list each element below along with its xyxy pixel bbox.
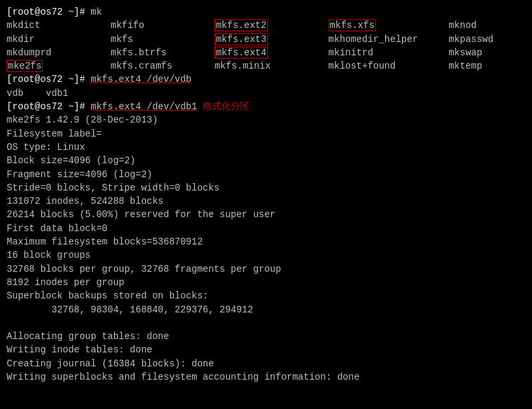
- output-line-8: First data block=0: [7, 222, 525, 235]
- col1-r1: mkdict: [7, 19, 111, 32]
- prompt2: [root@os72 ~]#: [7, 74, 91, 85]
- output-line-12: 8192 inodes per group: [7, 276, 525, 289]
- col1-r4: mke2fs: [7, 59, 111, 73]
- output-line-16: Writing inode tables: done: [7, 343, 525, 356]
- mk-row2: mkdir mkfs mkfs.ext3 mkhomedir_helper mk…: [7, 33, 525, 46]
- vdb-output: vdb vdb1: [7, 87, 525, 100]
- cmd3-line: [root@os72 ~]# mkfs.ext4 /dev/vdb1 格式化分区: [7, 100, 525, 113]
- output-line-4: Fragment size=4096 (log=2): [7, 168, 525, 181]
- output-line-7: 26214 blocks (5.00%) reserved for the su…: [7, 208, 525, 221]
- mk-row1: mkdict mkfifo mkfs.ext2 mkfs.xfs mknod: [7, 19, 525, 32]
- cmd1-text: mk: [91, 7, 102, 17]
- col1-r3: mkdumprd: [7, 46, 111, 59]
- output-line-17: Creating journal (16384 blocks): done: [7, 357, 525, 370]
- col5-r2: mkpasswd: [449, 33, 525, 46]
- output-line-13: Superblock backups stored on blocks:: [7, 289, 525, 302]
- col4-r4: mklost+found: [329, 59, 449, 73]
- output-blank: [7, 316, 525, 330]
- mkfs-ext2-box: mkfs.ext2: [215, 19, 268, 31]
- final-prompt-line: [root@os72 ~]#: [7, 398, 525, 409]
- mke2fs-box: mke2fs: [7, 60, 43, 72]
- col3-r2: mkfs.ext3: [215, 33, 329, 46]
- mk-row3: mkdumprd mkfs.btrfs mkfs.ext4 mkinitrd m…: [7, 46, 525, 59]
- output-line-14: 32768, 98304, 168840, 229376, 294912: [7, 303, 525, 316]
- col3-r3: mkfs.ext4: [215, 46, 329, 59]
- output-line-1: Filesystem label=: [7, 127, 525, 141]
- col1-r2: mkdir: [7, 33, 111, 46]
- mkfs-xfs-box: mkfs.xfs: [329, 19, 376, 31]
- col5-r1: mknod: [449, 19, 525, 32]
- output-line-18: Writing superblocks and filesystem accou…: [7, 370, 525, 384]
- output-line-10: 16 block groups: [7, 248, 525, 262]
- output-line-3: Block size=4096 (log=2): [7, 154, 525, 167]
- mkfs-ext3-box: mkfs.ext3: [215, 33, 268, 45]
- cmd2-line: [root@os72 ~]# mkfs.ext4 /dev/vdb: [7, 73, 525, 86]
- mkfs-ext4-box: mkfs.ext4: [215, 47, 268, 59]
- col4-r2: mkhomedir_helper: [329, 33, 449, 46]
- mk-row4: mke2fs mkfs.cramfs mkfs.minix mklost+fou…: [7, 59, 525, 73]
- col2-r2: mkfs: [111, 33, 215, 46]
- output-blank2: [7, 384, 525, 397]
- output-line-2: OS type: Linux: [7, 141, 525, 154]
- output-line-0: mke2fs 1.42.9 (28-Dec-2013): [7, 113, 525, 127]
- prompt3: [root@os72 ~]#: [7, 101, 91, 112]
- output-line-6: 131072 inodes, 524288 blocks: [7, 195, 525, 208]
- col2-r3: mkfs.btrfs: [111, 46, 215, 59]
- col5-r4: mktemp: [449, 59, 525, 73]
- cmd2-text: mkfs.ext4 /dev/vdb: [91, 74, 191, 85]
- output-line-5: Stride=0 blocks, Stripe width=0 blocks: [7, 181, 525, 195]
- col3-r1: mkfs.ext2: [215, 19, 329, 32]
- col2-r1: mkfifo: [111, 19, 215, 32]
- cmd3-text: mkfs.ext4 /dev/vdb1: [91, 101, 197, 112]
- col5-r3: mkswap: [449, 46, 525, 59]
- cmd1-line: [root@os72 ~]# mk: [7, 5, 525, 19]
- col3-r4: mkfs.minix: [215, 59, 329, 73]
- prompt1: [root@os72 ~]#: [7, 7, 91, 17]
- cmd3-comment: 格式化分区: [197, 101, 249, 112]
- col4-r3: mkinitrd: [329, 46, 449, 59]
- output-line-15: Allocating group tables: done: [7, 330, 525, 343]
- output-line-9: Maximum filesystem blocks=536870912: [7, 235, 525, 248]
- terminal: [root@os72 ~]# mk mkdict mkfifo mkfs.ext…: [7, 5, 525, 404]
- col2-r4: mkfs.cramfs: [111, 59, 215, 73]
- col4-r1: mkfs.xfs: [329, 19, 449, 32]
- output-line-11: 32768 blocks per group, 32768 fragments …: [7, 262, 525, 276]
